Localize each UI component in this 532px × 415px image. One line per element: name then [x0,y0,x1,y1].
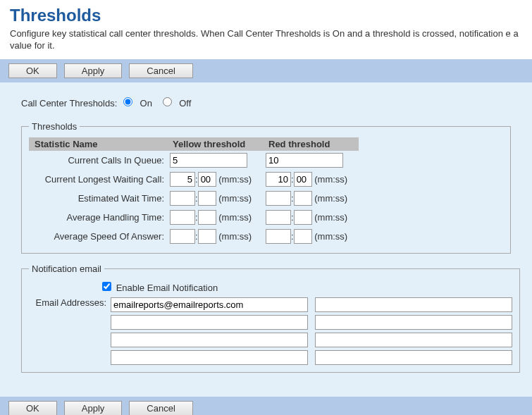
ok-button[interactable]: OK [8,401,57,415]
email-addresses-row: Email Addresses: [29,297,512,365]
thresholds-on-label: On [140,98,152,109]
mmss-label: (mm:ss) [218,231,252,242]
mmss-label: (mm:ss) [314,231,347,242]
enable-notification-row: Enable Email Notification [29,280,512,293]
current-calls-red-input[interactable] [266,153,343,168]
thresholds-page: Thresholds Configure key statistical cal… [0,0,532,415]
ok-button[interactable]: OK [8,63,57,78]
table-row: Current Calls In Queue: [29,151,359,170]
avg-handling-yellow-min-input[interactable] [170,210,195,225]
email-input-3[interactable] [315,315,512,330]
longest-waiting-red-min-input[interactable] [266,172,291,187]
header: Thresholds Configure key statistical cal… [0,0,532,59]
stat-label: Average Handling Time: [29,208,167,227]
thresholds-toggle-row: Call Center Thresholds: On Off [21,95,511,109]
email-addresses-label: Email Addresses: [29,297,111,308]
table-row: Current Longest Waiting Call: : (mm:ss) … [29,170,359,189]
estimated-wait-yellow-min-input[interactable] [170,191,195,206]
apply-button[interactable]: Apply [64,401,123,415]
estimated-wait-red-min-input[interactable] [266,191,291,206]
thresholds-toggle-label: Call Center Thresholds: [21,98,117,109]
estimated-wait-yellow-sec-input[interactable] [198,191,216,206]
mmss-label: (mm:ss) [218,212,252,223]
table-row: Estimated Wait Time: : (mm:ss) : (mm:ss) [29,189,359,208]
table-row: Average Speed Of Answer: : (mm:ss) : (mm… [29,227,359,246]
current-calls-yellow-input[interactable] [170,153,247,168]
enable-notification-checkbox[interactable] [102,282,111,291]
notification-fieldset: Notification email Enable Email Notifica… [21,264,520,373]
page-description: Configure key statistical call center th… [10,28,522,52]
stat-label: Current Longest Waiting Call: [29,170,167,189]
mmss-label: (mm:ss) [218,193,252,204]
table-row: Average Handling Time: : (mm:ss) : (mm:s… [29,208,359,227]
longest-waiting-yellow-sec-input[interactable] [198,172,216,187]
cancel-button[interactable]: Cancel [129,63,192,78]
cancel-button[interactable]: Cancel [129,401,192,415]
thresholds-legend: Thresholds [29,121,80,132]
enable-notification-label: Enable Email Notification [116,283,218,293]
thresholds-table: Statistic Name Yellow threshold Red thre… [29,137,359,246]
mmss-label: (mm:ss) [314,212,347,223]
email-input-7[interactable] [315,350,512,365]
email-input-0[interactable] [111,297,308,312]
longest-waiting-yellow-min-input[interactable] [170,172,195,187]
content-area: Call Center Thresholds: On Off Threshold… [0,82,532,397]
avg-speed-yellow-sec-input[interactable] [198,229,216,244]
avg-speed-red-min-input[interactable] [266,229,291,244]
avg-speed-red-sec-input[interactable] [294,229,312,244]
avg-speed-yellow-min-input[interactable] [170,229,195,244]
avg-handling-yellow-sec-input[interactable] [198,210,216,225]
thresholds-fieldset: Thresholds Statistic Name Yellow thresho… [21,121,511,254]
stat-label: Current Calls In Queue: [29,151,167,170]
email-grid [111,297,512,365]
longest-waiting-red-sec-input[interactable] [294,172,312,187]
col-stat: Statistic Name [29,137,167,151]
top-button-bar: OK Apply Cancel [0,59,532,82]
avg-handling-red-min-input[interactable] [266,210,291,225]
thresholds-off-label: Off [179,98,191,109]
apply-button[interactable]: Apply [64,63,123,78]
page-title: Thresholds [10,6,522,25]
mmss-label: (mm:ss) [218,174,252,185]
stat-label: Estimated Wait Time: [29,189,167,208]
mmss-label: (mm:ss) [314,174,347,185]
mmss-label: (mm:ss) [314,193,347,204]
thresholds-off-radio[interactable] [163,97,172,106]
email-input-4[interactable] [111,333,308,347]
email-input-5[interactable] [315,333,512,347]
avg-handling-red-sec-input[interactable] [294,210,312,225]
email-input-2[interactable] [111,315,308,330]
email-input-1[interactable] [315,297,512,312]
estimated-wait-red-sec-input[interactable] [294,191,312,206]
bottom-button-bar: OK Apply Cancel [0,397,532,415]
thresholds-on-radio[interactable] [123,97,132,106]
email-input-6[interactable] [111,350,308,365]
stat-label: Average Speed Of Answer: [29,227,167,246]
col-yellow: Yellow threshold [167,137,263,151]
col-red: Red threshold [263,137,359,151]
notification-legend: Notification email [29,264,104,274]
